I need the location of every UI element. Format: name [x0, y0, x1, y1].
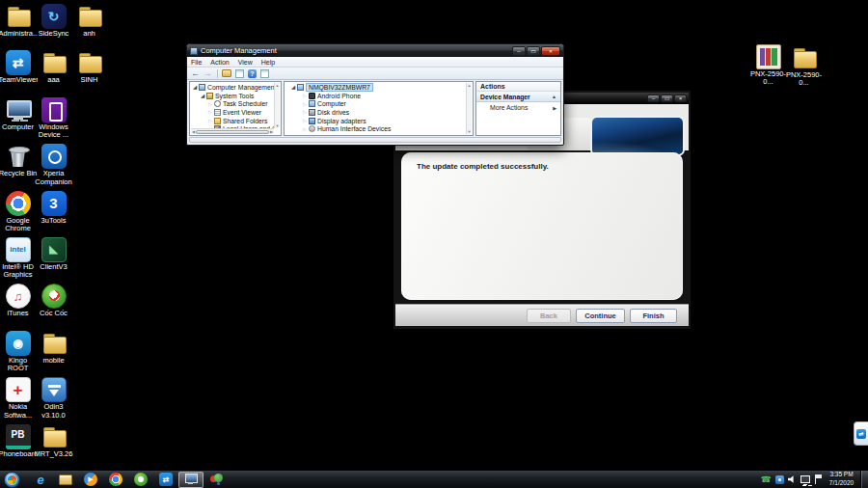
expanded-icon[interactable]: ◢: [199, 93, 206, 98]
export-list-icon[interactable]: [222, 69, 231, 77]
desktop-icon-administra[interactable]: Administra...: [0, 2, 36, 48]
horizontal-scrollbar[interactable]: ◀▶: [191, 128, 274, 134]
collapse-caret-icon[interactable]: ▲: [552, 94, 556, 99]
collapsed-icon[interactable]: ▷: [206, 118, 214, 123]
device-computer[interactable]: ▷Computer: [285, 99, 466, 108]
collapsed-icon[interactable]: ▷: [301, 118, 309, 123]
standard-view-icon[interactable]: [260, 69, 269, 78]
desktop-icon-teamviewer[interactable]: TeamViewer: [0, 48, 36, 95]
device-android-phone[interactable]: ▷Android Phone: [285, 92, 466, 100]
rar-archive-icon: [756, 44, 781, 69]
desktop-icon-pnx-folder[interactable]: PNX-2590-0...: [786, 43, 822, 88]
desktop-icon-nokia-software[interactable]: Nokia Softwa...: [0, 375, 36, 421]
expanded-icon[interactable]: ◢: [289, 84, 297, 90]
desktop-icon-phoneboard[interactable]: Phoneboard: [0, 422, 36, 469]
desktop-icon-recycle-bin[interactable]: Recycle Bin: [0, 142, 36, 188]
cm-title-bar[interactable]: Computer Management – ▭ ×: [187, 44, 563, 57]
phone-tray-icon[interactable]: ☎: [761, 475, 772, 484]
collapsed-icon[interactable]: ▷: [206, 101, 214, 107]
taskbar-ie[interactable]: e: [28, 472, 53, 488]
flash-tool-icon: [209, 473, 223, 486]
desktop-icon-sidesync[interactable]: SideSync: [36, 2, 71, 48]
menu-action[interactable]: Action: [210, 59, 229, 66]
volume-icon[interactable]: [788, 475, 797, 484]
tree-item-event-viewer[interactable]: ▷Event Viewer: [191, 108, 274, 117]
close-button[interactable]: ×: [541, 46, 560, 56]
taskbar-explorer[interactable]: [53, 472, 78, 488]
desktop-icon-sinh[interactable]: SINH: [71, 48, 107, 95]
tree-item-task-scheduler[interactable]: ▷Task Scheduler: [191, 99, 274, 108]
collapsed-icon[interactable]: ▷: [301, 109, 309, 115]
network-icon[interactable]: [800, 475, 810, 483]
desktop-icon-anh[interactable]: anh: [71, 2, 107, 48]
desktop-icon-kingo-root[interactable]: Kingo ROOT: [0, 329, 36, 375]
device-hid[interactable]: ▷Human Interface Devices: [285, 124, 466, 133]
collapsed-icon[interactable]: ▷: [301, 126, 309, 132]
more-actions-item[interactable]: More Actions ▶: [476, 102, 560, 113]
menu-file[interactable]: File: [191, 59, 202, 66]
desktop-icon-mobile[interactable]: mobile: [36, 329, 71, 375]
disk-drive-icon: [309, 109, 315, 116]
forward-arrow-icon[interactable]: →: [203, 69, 212, 78]
finish-button[interactable]: Finish: [630, 309, 677, 323]
scrollbar-thumb[interactable]: [196, 130, 269, 134]
minimize-button[interactable]: –: [647, 95, 660, 102]
desktop-icon-clientv3[interactable]: ClientV3: [36, 235, 71, 282]
teamviewer-edge-tab[interactable]: [854, 421, 868, 446]
desktop-icon-aaa[interactable]: aaa: [36, 48, 71, 95]
desktop-icon-odin3[interactable]: Odin3 v3.10.0: [36, 375, 71, 421]
device-ide[interactable]: ▷IDE ATA/ATAPI co: [285, 133, 466, 134]
help-icon[interactable]: ?: [248, 69, 257, 78]
show-desktop-button[interactable]: [860, 471, 868, 488]
expanded-icon[interactable]: ◢: [191, 84, 199, 90]
taskbar-flash-tool[interactable]: [203, 472, 229, 488]
menu-view[interactable]: View: [238, 59, 253, 66]
start-button[interactable]: [4, 472, 20, 488]
desktop-icon-xperia-companion[interactable]: Xperia Companion: [36, 142, 71, 188]
vertical-scrollbar[interactable]: ▲▼: [274, 83, 280, 128]
desktop-icon-intel[interactable]: Intel® HD Graphics C...: [0, 235, 36, 282]
vertical-scrollbar[interactable]: ▲▼: [466, 83, 472, 134]
maximize-button[interactable]: ▭: [661, 95, 673, 102]
device-disk-drives[interactable]: ▷Disk drives: [285, 108, 466, 117]
collapsed-icon[interactable]: ▷: [301, 101, 309, 107]
taskbar-wmp[interactable]: [78, 472, 103, 488]
close-button[interactable]: ×: [674, 95, 687, 102]
desktop-icon-label: SINH: [70, 76, 109, 84]
taskbar-coccoc[interactable]: [128, 472, 153, 488]
collapsed-icon[interactable]: ▷: [301, 93, 309, 98]
taskbar-chrome[interactable]: [103, 472, 128, 488]
desktop-icon-chrome[interactable]: Google Chrome: [0, 189, 36, 235]
messenger-tray-icon[interactable]: [775, 475, 784, 484]
desktop-icon-label: anh: [70, 30, 109, 38]
computer-icon: [297, 84, 304, 91]
desktop-icon-mrt[interactable]: MRT_V3.26: [36, 422, 71, 469]
maximize-button[interactable]: ▭: [527, 46, 540, 56]
minimize-button[interactable]: –: [512, 46, 526, 56]
back-arrow-icon[interactable]: ←: [191, 69, 200, 78]
desktop-icon-itunes[interactable]: iTunes: [0, 282, 36, 328]
action-center-flag-icon[interactable]: [814, 474, 822, 484]
device-root[interactable]: ◢NMQBIV32ZMBWR7: [285, 83, 466, 92]
taskbar-computer-management-active[interactable]: [178, 472, 203, 488]
device-manager-action-group[interactable]: Device Manager ▲: [476, 92, 560, 102]
desktop-icon-pnx-archive[interactable]: PNX-2590-0...: [750, 43, 786, 88]
tree-item-system-tools[interactable]: ◢System Tools: [191, 92, 274, 100]
show-console-tree-icon[interactable]: [235, 69, 244, 78]
device-display-adapters[interactable]: ▷Display adapters: [285, 117, 466, 125]
desktop-icon-coccoc[interactable]: Cốc Cốc: [36, 282, 71, 328]
continue-button[interactable]: Continue: [576, 309, 625, 323]
computer-icon: [199, 84, 205, 91]
desktop-icon-grid: Administra... TeamViewer Computer Recycl…: [0, 2, 107, 469]
desktop-icon-windows-device-recovery[interactable]: Windows Device ...: [36, 95, 71, 142]
tree-item-root[interactable]: ◢Computer Management (Lo: [191, 83, 274, 92]
desktop-icon-3utools[interactable]: 3uTools: [36, 189, 71, 235]
collapsed-icon[interactable]: ▷: [206, 109, 214, 115]
tree-item-shared-folders[interactable]: ▷Shared Folders: [191, 117, 274, 125]
menu-help[interactable]: Help: [261, 59, 275, 66]
desktop-icon-computer[interactable]: Computer: [0, 95, 36, 142]
taskbar-teamviewer[interactable]: [153, 472, 178, 488]
taskbar-clock[interactable]: 3:35 PM 7/1/2020: [826, 471, 857, 488]
computer-icon: [6, 97, 31, 122]
actions-pane: Actions Device Manager ▲ More Actions ▶: [475, 81, 561, 136]
